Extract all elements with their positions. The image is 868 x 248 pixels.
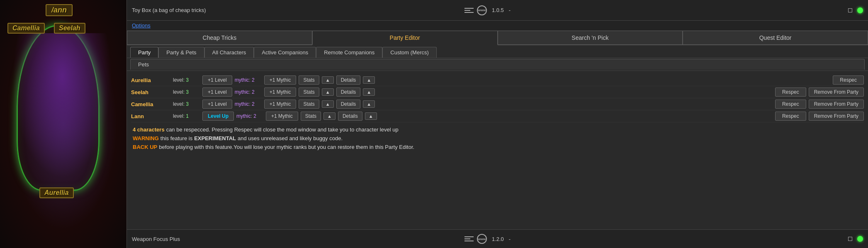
subtab-active-companions[interactable]: Active Companions — [254, 47, 316, 58]
btn-stats-aurellia[interactable]: Stats — [299, 75, 319, 85]
character-figure — [12, 33, 112, 178]
char-name-aurellia: Aurellia — [131, 77, 170, 83]
table-row: Lann level: 1 Level Up mythic: 2 +1 Myth… — [131, 110, 864, 122]
char-mythic-aurellia: mythic: 2 — [235, 77, 262, 83]
warning-area: 4 characters can be respecced. Pressing … — [131, 122, 864, 155]
pets-tab-row: Pets — [127, 58, 868, 71]
btn-remove-lann[interactable]: Remove From Party — [809, 112, 864, 121]
tab-party-editor[interactable]: Party Editor — [312, 31, 498, 45]
minimize-icon[interactable] — [848, 8, 852, 12]
top-bar-icons: www — [464, 5, 487, 15]
btn-level-aurellia[interactable]: +1 Level — [202, 75, 232, 85]
main-tabs: Cheap Tricks Party Editor Search 'n Pick… — [127, 31, 868, 45]
btn-level-seelah[interactable]: +1 Level — [202, 88, 232, 97]
btn-stats-seelah[interactable]: Stats — [299, 88, 319, 97]
backup-label: BACK UP — [133, 143, 157, 152]
right-panel: Toy Box (a bag of cheap tricks) www 1.0.… — [126, 0, 868, 248]
btn-details-up-aurellia[interactable]: ▲ — [363, 76, 375, 84]
char-level-seelah: level: 3 — [173, 89, 200, 95]
table-row: Seelah level: 3 +1 Level mythic: 2 +1 My… — [131, 86, 864, 98]
char-name-lann: Lann — [131, 113, 170, 119]
btn-details-aurellia[interactable]: Details — [336, 75, 361, 85]
btn-stats-up-aurellia[interactable]: ▲ — [322, 76, 334, 84]
character-label-camellia: Camellia — [7, 23, 45, 34]
btn-respec-lann[interactable]: Respec — [775, 112, 806, 121]
character-label-seelah: Seelah — [54, 23, 85, 34]
btn-details-up-camellia[interactable]: ▲ — [363, 100, 375, 108]
btn-stats-up-camellia[interactable]: ▲ — [322, 100, 334, 108]
btn-mythic-camellia[interactable]: +1 Mythic — [264, 100, 297, 109]
btn-stats-up-seelah[interactable]: ▲ — [322, 88, 334, 96]
btn-details-seelah[interactable]: Details — [336, 88, 361, 97]
btn-remove-camellia[interactable]: Remove From Party — [809, 100, 864, 109]
weapon-focus-dash: - — [509, 236, 511, 242]
char-level-aurellia: level: 3 — [173, 77, 200, 83]
btn-details-up-seelah[interactable]: ▲ — [363, 88, 375, 96]
btn-respec-aurellia[interactable]: Respec — [833, 75, 864, 85]
warning-line1-text: can be respecced. Pressing Respec will c… — [166, 126, 399, 134]
char-name-camellia: Camellia — [131, 101, 170, 107]
weapon-focus-icons: www — [464, 234, 487, 244]
btn-stats-camellia[interactable]: Stats — [299, 100, 319, 109]
char-name-seelah: Seelah — [131, 89, 170, 95]
character-label-aurellia: Aurellia — [39, 187, 74, 198]
bottom-item-weapon-focus: Weapon Focus Plus www 1.2.0 - — [127, 229, 868, 248]
btn-details-lann[interactable]: Details — [338, 112, 362, 121]
btn-respec-seelah[interactable]: Respec — [775, 88, 806, 97]
btn-respec-camellia[interactable]: Respec — [775, 100, 806, 109]
tab-quest-editor[interactable]: Quest Editor — [683, 31, 868, 44]
subtab-party[interactable]: Party — [130, 47, 158, 58]
btn-details-camellia[interactable]: Details — [336, 100, 361, 109]
char-mythic-lann: mythic: 2 — [236, 113, 263, 119]
www-icon[interactable]: www — [477, 5, 487, 15]
btn-stats-up-lann[interactable]: ▲ — [323, 112, 336, 120]
status-indicator — [857, 7, 863, 13]
btn-mythic-seelah[interactable]: +1 Mythic — [264, 88, 297, 97]
left-panel: /ann Camellia Seelah Aurellia — [0, 0, 126, 248]
weapon-focus-minimize-icon[interactable] — [848, 237, 852, 241]
btn-mythic-aurellia[interactable]: +1 Mythic — [264, 75, 297, 85]
options-bar: Options — [127, 21, 868, 31]
warning-experimental: EXPERIMENTAL — [194, 134, 236, 143]
table-row: Aurellia level: 3 +1 Level mythic: 2 +1 … — [131, 74, 864, 86]
app-title: Toy Box (a bag of cheap tricks) — [132, 7, 460, 13]
settings-icon[interactable] — [464, 8, 474, 13]
character-label-lann: /ann — [46, 4, 73, 16]
char-mythic-seelah: mythic: 2 — [235, 89, 262, 95]
subtab-pets[interactable]: Pets — [130, 59, 865, 70]
char-level-lann: level: 1 — [173, 113, 200, 119]
warning-line-1: 4 characters can be respecced. Pressing … — [133, 126, 862, 134]
btn-level-up-lann[interactable]: Level Up — [202, 112, 234, 121]
top-bar: Toy Box (a bag of cheap tricks) www 1.0.… — [127, 0, 868, 21]
sub-tabs: Party Party & Pets All Characters Active… — [127, 45, 868, 58]
weapon-focus-www-icon[interactable]: www — [477, 234, 487, 244]
warning-line-3: BACK UP before playing with this feature… — [133, 143, 862, 152]
subtab-custom-mercs[interactable]: Custom (Mercs) — [382, 47, 436, 58]
weapon-focus-settings-icon[interactable] — [464, 236, 474, 241]
warning-label: WARNING — [133, 134, 159, 143]
btn-mythic-lann[interactable]: +1 Mythic — [266, 112, 298, 121]
subtab-remote-companions[interactable]: Remote Companions — [316, 47, 382, 58]
tab-search-pick[interactable]: Search 'n Pick — [498, 31, 683, 44]
subtab-all-chars[interactable]: All Characters — [204, 47, 254, 58]
btn-level-camellia[interactable]: +1 Level — [202, 100, 232, 109]
dash: - — [509, 7, 511, 13]
warning-line2-text: this feature is — [160, 134, 192, 143]
weapon-focus-version: 1.2.0 — [492, 236, 504, 242]
subtab-party-pets[interactable]: Party & Pets — [158, 47, 204, 58]
weapon-focus-status-indicator — [857, 236, 863, 242]
btn-stats-lann[interactable]: Stats — [301, 112, 321, 121]
warning-line-2: WARNING this feature is EXPERIMENTAL and… — [133, 134, 862, 143]
version-label: 1.0.5 — [492, 7, 504, 13]
content-area: Aurellia level: 3 +1 Level mythic: 2 +1 … — [127, 71, 868, 229]
btn-remove-seelah[interactable]: Remove From Party — [809, 88, 864, 97]
warning-line2-text2: and uses unreleased and likely buggy cod… — [238, 134, 343, 143]
tab-cheap-tricks[interactable]: Cheap Tricks — [127, 31, 312, 44]
weapon-focus-title: Weapon Focus Plus — [132, 236, 460, 242]
table-row: Camellia level: 3 +1 Level mythic: 2 +1 … — [131, 98, 864, 110]
warning-line3-text: before playing with this feature.You wil… — [159, 143, 414, 152]
warning-chars-bold: 4 characters — [133, 126, 165, 134]
char-mythic-camellia: mythic: 2 — [235, 101, 262, 107]
btn-details-up-lann[interactable]: ▲ — [365, 112, 377, 120]
options-link[interactable]: Options — [132, 22, 151, 29]
